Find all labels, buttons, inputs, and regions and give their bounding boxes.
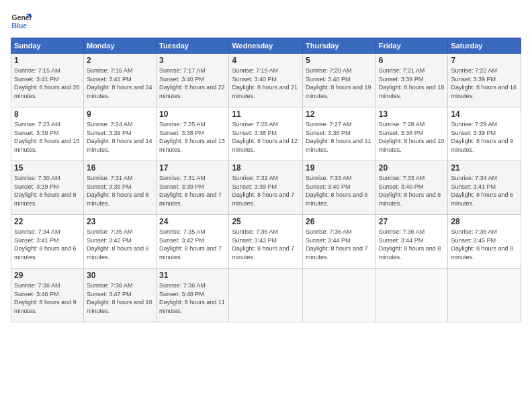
day-number: 24 <box>159 217 226 226</box>
day-number: 18 <box>232 163 300 173</box>
calendar-day-cell: 7 Sunrise: 7:22 AMSunset: 3:39 PMDayligh… <box>448 54 521 107</box>
day-info: Sunrise: 7:27 AMSunset: 3:38 PMDaylight:… <box>306 121 371 153</box>
day-info: Sunrise: 7:36 AMSunset: 3:45 PMDaylight:… <box>451 228 513 261</box>
day-info: Sunrise: 7:17 AMSunset: 3:40 PMDaylight:… <box>159 67 225 99</box>
day-number: 5 <box>306 56 373 65</box>
page-header: General Blue <box>11 11 521 32</box>
weekday-header: Friday <box>375 38 448 54</box>
day-number: 1 <box>14 56 81 65</box>
calendar-day-cell <box>375 269 448 322</box>
calendar-day-cell: 24 Sunrise: 7:35 AMSunset: 3:42 PMDaylig… <box>157 215 229 269</box>
day-info: Sunrise: 7:21 AMSunset: 3:39 PMDaylight:… <box>379 67 445 99</box>
logo-icon: General Blue <box>11 11 32 32</box>
calendar-day-cell: 13 Sunrise: 7:28 AMSunset: 3:38 PMDaylig… <box>375 107 448 161</box>
day-info: Sunrise: 7:30 AMSunset: 3:39 PMDaylight:… <box>14 175 77 207</box>
day-number: 17 <box>159 163 226 173</box>
calendar-day-cell: 22 Sunrise: 7:34 AMSunset: 3:41 PMDaylig… <box>11 215 84 269</box>
day-info: Sunrise: 7:34 AMSunset: 3:41 PMDaylight:… <box>451 175 513 207</box>
calendar-day-cell: 30 Sunrise: 7:36 AMSunset: 3:47 PMDaylig… <box>83 269 156 322</box>
calendar-day-cell: 19 Sunrise: 7:33 AMSunset: 3:40 PMDaylig… <box>303 161 376 215</box>
day-number: 29 <box>14 271 81 280</box>
calendar-day-cell: 26 Sunrise: 7:36 AMSunset: 3:44 PMDaylig… <box>303 215 376 269</box>
weekday-header: Saturday <box>448 38 521 54</box>
calendar-day-cell: 2 Sunrise: 7:16 AMSunset: 3:41 PMDayligh… <box>83 54 156 107</box>
day-number: 10 <box>159 109 226 119</box>
calendar-day-cell: 23 Sunrise: 7:35 AMSunset: 3:42 PMDaylig… <box>83 215 156 269</box>
calendar-day-cell: 12 Sunrise: 7:27 AMSunset: 3:38 PMDaylig… <box>303 107 376 161</box>
day-number: 8 <box>14 109 81 119</box>
day-number: 9 <box>87 109 153 119</box>
calendar-day-cell: 14 Sunrise: 7:29 AMSunset: 3:39 PMDaylig… <box>448 107 521 161</box>
day-info: Sunrise: 7:36 AMSunset: 3:44 PMDaylight:… <box>379 228 441 261</box>
day-info: Sunrise: 7:25 AMSunset: 3:38 PMDaylight:… <box>159 121 225 153</box>
day-info: Sunrise: 7:19 AMSunset: 3:40 PMDaylight:… <box>232 67 298 99</box>
day-number: 23 <box>87 217 153 226</box>
day-info: Sunrise: 7:24 AMSunset: 3:39 PMDaylight:… <box>87 121 152 153</box>
day-number: 12 <box>306 109 373 119</box>
day-number: 16 <box>87 163 153 173</box>
calendar-day-cell <box>229 269 303 322</box>
calendar-day-cell: 17 Sunrise: 7:31 AMSunset: 3:39 PMDaylig… <box>157 161 229 215</box>
logo: General Blue <box>11 11 32 32</box>
calendar-week-row: 8 Sunrise: 7:23 AMSunset: 3:39 PMDayligh… <box>11 107 521 161</box>
calendar-day-cell: 16 Sunrise: 7:31 AMSunset: 3:39 PMDaylig… <box>83 161 156 215</box>
calendar-day-cell: 3 Sunrise: 7:17 AMSunset: 3:40 PMDayligh… <box>157 54 229 107</box>
weekday-header: Tuesday <box>157 38 229 54</box>
weekday-header: Thursday <box>303 38 376 54</box>
day-info: Sunrise: 7:36 AMSunset: 3:46 PMDaylight:… <box>14 282 77 314</box>
day-info: Sunrise: 7:36 AMSunset: 3:43 PMDaylight:… <box>232 228 294 261</box>
day-info: Sunrise: 7:32 AMSunset: 3:39 PMDaylight:… <box>232 175 294 207</box>
day-info: Sunrise: 7:33 AMSunset: 3:40 PMDaylight:… <box>379 175 441 207</box>
day-number: 19 <box>306 163 373 173</box>
calendar-day-cell: 1 Sunrise: 7:15 AMSunset: 3:41 PMDayligh… <box>11 54 84 107</box>
calendar-day-cell <box>303 269 376 322</box>
calendar-week-row: 15 Sunrise: 7:30 AMSunset: 3:39 PMDaylig… <box>11 161 521 215</box>
day-number: 31 <box>159 271 226 280</box>
calendar-week-row: 22 Sunrise: 7:34 AMSunset: 3:41 PMDaylig… <box>11 215 521 269</box>
svg-text:Blue: Blue <box>12 22 28 30</box>
day-number: 21 <box>451 163 518 173</box>
day-number: 15 <box>14 163 81 173</box>
calendar-day-cell: 15 Sunrise: 7:30 AMSunset: 3:39 PMDaylig… <box>11 161 84 215</box>
day-number: 27 <box>379 217 445 226</box>
calendar-page: General Blue SundayMondayTuesdayWednesda… <box>0 0 532 411</box>
day-number: 13 <box>379 109 445 119</box>
day-info: Sunrise: 7:36 AMSunset: 3:47 PMDaylight:… <box>87 282 152 314</box>
calendar-day-cell: 29 Sunrise: 7:36 AMSunset: 3:46 PMDaylig… <box>11 269 84 322</box>
day-info: Sunrise: 7:16 AMSunset: 3:41 PMDaylight:… <box>87 67 152 99</box>
calendar-day-cell: 20 Sunrise: 7:33 AMSunset: 3:40 PMDaylig… <box>375 161 448 215</box>
day-number: 2 <box>87 56 153 65</box>
calendar-day-cell: 6 Sunrise: 7:21 AMSunset: 3:39 PMDayligh… <box>375 54 448 107</box>
day-number: 14 <box>451 109 518 119</box>
calendar-week-row: 1 Sunrise: 7:15 AMSunset: 3:41 PMDayligh… <box>11 54 521 107</box>
day-info: Sunrise: 7:36 AMSunset: 3:44 PMDaylight:… <box>306 228 368 261</box>
day-number: 6 <box>379 56 445 65</box>
day-info: Sunrise: 7:35 AMSunset: 3:42 PMDaylight:… <box>87 228 149 261</box>
calendar-day-cell: 10 Sunrise: 7:25 AMSunset: 3:38 PMDaylig… <box>157 107 229 161</box>
day-number: 30 <box>87 271 153 280</box>
day-number: 26 <box>306 217 373 226</box>
weekday-header: Monday <box>83 38 156 54</box>
day-number: 11 <box>232 109 300 119</box>
weekday-header-row: SundayMondayTuesdayWednesdayThursdayFrid… <box>11 38 521 54</box>
day-info: Sunrise: 7:33 AMSunset: 3:40 PMDaylight:… <box>306 175 368 207</box>
weekday-header: Wednesday <box>229 38 303 54</box>
day-info: Sunrise: 7:35 AMSunset: 3:42 PMDaylight:… <box>159 228 222 261</box>
day-info: Sunrise: 7:31 AMSunset: 3:39 PMDaylight:… <box>159 175 222 207</box>
calendar-day-cell <box>448 269 521 322</box>
day-info: Sunrise: 7:29 AMSunset: 3:39 PMDaylight:… <box>451 121 513 153</box>
day-info: Sunrise: 7:15 AMSunset: 3:41 PMDaylight:… <box>14 67 80 99</box>
calendar-table: SundayMondayTuesdayWednesdayThursdayFrid… <box>11 38 521 322</box>
calendar-day-cell: 25 Sunrise: 7:36 AMSunset: 3:43 PMDaylig… <box>229 215 303 269</box>
calendar-day-cell: 18 Sunrise: 7:32 AMSunset: 3:39 PMDaylig… <box>229 161 303 215</box>
day-info: Sunrise: 7:28 AMSunset: 3:38 PMDaylight:… <box>379 121 445 153</box>
day-info: Sunrise: 7:34 AMSunset: 3:41 PMDaylight:… <box>14 228 77 261</box>
day-number: 28 <box>451 217 518 226</box>
calendar-day-cell: 4 Sunrise: 7:19 AMSunset: 3:40 PMDayligh… <box>229 54 303 107</box>
calendar-day-cell: 28 Sunrise: 7:36 AMSunset: 3:45 PMDaylig… <box>448 215 521 269</box>
calendar-day-cell: 27 Sunrise: 7:36 AMSunset: 3:44 PMDaylig… <box>375 215 448 269</box>
day-number: 7 <box>451 56 518 65</box>
calendar-day-cell: 21 Sunrise: 7:34 AMSunset: 3:41 PMDaylig… <box>448 161 521 215</box>
day-info: Sunrise: 7:36 AMSunset: 3:48 PMDaylight:… <box>159 282 225 314</box>
weekday-header: Sunday <box>11 38 84 54</box>
